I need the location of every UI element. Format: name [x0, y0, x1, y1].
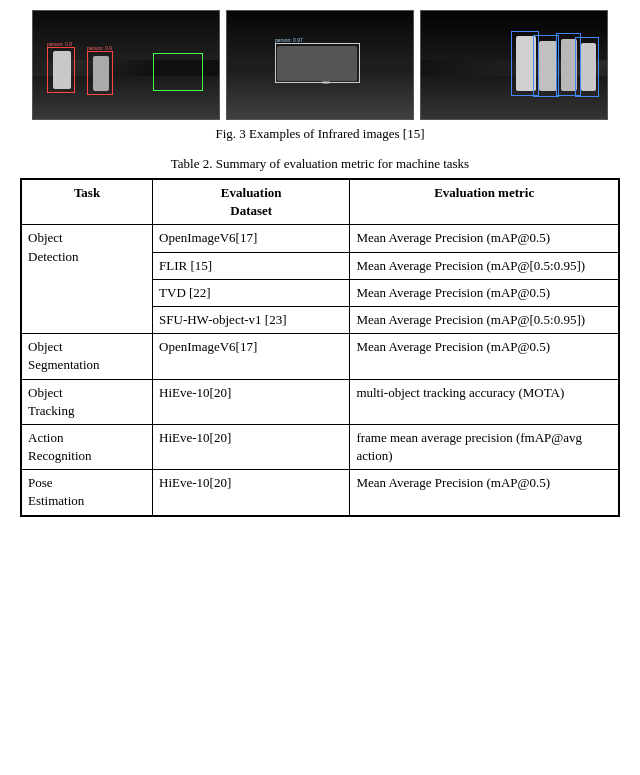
dataset-cell: HiEve-10[20]	[153, 470, 350, 516]
metric-cell: Mean Average Precision (mAP@[0.5:0.95])	[350, 252, 619, 279]
dataset-cell: TVD [22]	[153, 279, 350, 306]
dataset-cell: FLIR [15]	[153, 252, 350, 279]
table-header-row: Task EvaluationDataset Evaluation metric	[21, 179, 619, 225]
header-metric: Evaluation metric	[350, 179, 619, 225]
task-cell-object-tracking: ObjectTracking	[21, 379, 153, 424]
header-task: Task	[21, 179, 153, 225]
metric-cell: Mean Average Precision (mAP@0.5)	[350, 279, 619, 306]
page: person: 0.8 person: 0.9 person: 0.97	[0, 0, 640, 537]
ir-image-1: person: 0.8 person: 0.9	[32, 10, 220, 120]
ir-image-3	[420, 10, 608, 120]
table-row: ObjectTracking HiEve-10[20] multi-object…	[21, 379, 619, 424]
header-dataset: EvaluationDataset	[153, 179, 350, 225]
task-cell-object-detection: ObjectDetection	[21, 225, 153, 334]
table-row: PoseEstimation HiEve-10[20] Mean Average…	[21, 470, 619, 516]
metric-cell: multi-object tracking accuracy (MOTA)	[350, 379, 619, 424]
dataset-cell: OpenImageV6[17]	[153, 225, 350, 252]
metric-cell: Mean Average Precision (mAP@[0.5:0.95])	[350, 306, 619, 333]
metric-cell: Mean Average Precision (mAP@0.5)	[350, 470, 619, 516]
dataset-cell: SFU-HW-object-v1 [23]	[153, 306, 350, 333]
metric-cell: Mean Average Precision (mAP@0.5)	[350, 225, 619, 252]
dataset-cell: HiEve-10[20]	[153, 424, 350, 469]
metric-cell: Mean Average Precision (mAP@0.5)	[350, 334, 619, 379]
ir-image-2: person: 0.97	[226, 10, 414, 120]
metric-cell: frame mean average precision (fmAP@avg a…	[350, 424, 619, 469]
task-cell-pose-estimation: PoseEstimation	[21, 470, 153, 516]
evaluation-table: Task EvaluationDataset Evaluation metric…	[20, 178, 620, 517]
table-caption: Table 2. Summary of evaluation metric fo…	[20, 156, 620, 172]
task-cell-object-segmentation: ObjectSegmentation	[21, 334, 153, 379]
figure-caption: Fig. 3 Examples of Infrared images [15]	[20, 126, 620, 142]
figure-container: person: 0.8 person: 0.9 person: 0.97	[20, 10, 620, 120]
task-cell-action-recognition: ActionRecognition	[21, 424, 153, 469]
table-row: ObjectSegmentation OpenImageV6[17] Mean …	[21, 334, 619, 379]
table-row: ObjectDetection OpenImageV6[17] Mean Ave…	[21, 225, 619, 252]
dataset-cell: OpenImageV6[17]	[153, 334, 350, 379]
table-row: ActionRecognition HiEve-10[20] frame mea…	[21, 424, 619, 469]
dataset-cell: HiEve-10[20]	[153, 379, 350, 424]
